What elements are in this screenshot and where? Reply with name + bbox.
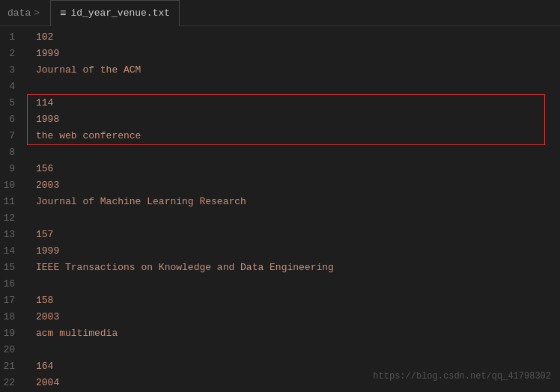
line-number: 3 bbox=[0, 62, 21, 79]
line-number: 1 bbox=[0, 29, 21, 46]
file-tab[interactable]: ≡ id_year_venue.txt bbox=[50, 0, 180, 26]
code-line: acm multimedia bbox=[33, 325, 560, 342]
line-number: 5 bbox=[0, 95, 21, 111]
code-line: 1999 bbox=[33, 46, 560, 62]
code-line: 158 bbox=[33, 293, 560, 309]
code-content: 1021999Journal of the ACM 1141998the web… bbox=[27, 26, 560, 392]
line-number: 17 bbox=[0, 293, 21, 309]
line-numbers: 12345678910111213141516171819202122 bbox=[0, 26, 27, 392]
line-number: 15 bbox=[0, 260, 21, 276]
code-line: the web conference bbox=[33, 128, 560, 144]
breadcrumb: data > bbox=[0, 7, 50, 19]
code-line: 157 bbox=[33, 227, 560, 243]
editor-container: 12345678910111213141516171819202122 1021… bbox=[0, 26, 560, 392]
line-number: 12 bbox=[0, 210, 21, 227]
code-line bbox=[33, 79, 560, 95]
code-line: 102 bbox=[33, 29, 560, 46]
code-line: 156 bbox=[33, 161, 560, 177]
tab-filename: id_year_venue.txt bbox=[70, 7, 170, 19]
watermark: https://blog.csdn.net/qq_41798302 bbox=[373, 368, 551, 385]
code-line: IEEE Transactions on Knowledge and Data … bbox=[33, 260, 560, 276]
code-line: 114 bbox=[33, 95, 560, 111]
code-line: Journal of the ACM bbox=[33, 62, 560, 79]
line-number: 22 bbox=[0, 375, 21, 391]
line-number: 16 bbox=[0, 276, 21, 293]
code-line: 1999 bbox=[33, 243, 560, 260]
line-number: 19 bbox=[0, 325, 21, 342]
line-number: 8 bbox=[0, 144, 21, 161]
code-line bbox=[33, 210, 560, 227]
code-line bbox=[33, 144, 560, 161]
line-number: 20 bbox=[0, 342, 21, 358]
line-number: 4 bbox=[0, 79, 21, 95]
code-line: 1998 bbox=[33, 111, 560, 128]
code-line: 2003 bbox=[33, 309, 560, 325]
code-line bbox=[33, 342, 560, 358]
line-number: 6 bbox=[0, 111, 21, 128]
file-icon: ≡ bbox=[60, 7, 66, 19]
line-number: 13 bbox=[0, 227, 21, 243]
code-line: 2003 bbox=[33, 177, 560, 194]
code-line bbox=[33, 276, 560, 293]
line-number: 21 bbox=[0, 358, 21, 375]
line-number: 10 bbox=[0, 177, 21, 194]
tab-bar: data > ≡ id_year_venue.txt bbox=[0, 0, 560, 26]
line-number: 7 bbox=[0, 128, 21, 144]
line-number: 14 bbox=[0, 243, 21, 260]
line-number: 18 bbox=[0, 309, 21, 325]
breadcrumb-parent: data bbox=[7, 7, 31, 19]
line-number: 2 bbox=[0, 46, 21, 62]
code-line: Journal of Machine Learning Research bbox=[33, 194, 560, 210]
breadcrumb-separator: > bbox=[34, 7, 40, 19]
line-number: 11 bbox=[0, 194, 21, 210]
line-number: 9 bbox=[0, 161, 21, 177]
